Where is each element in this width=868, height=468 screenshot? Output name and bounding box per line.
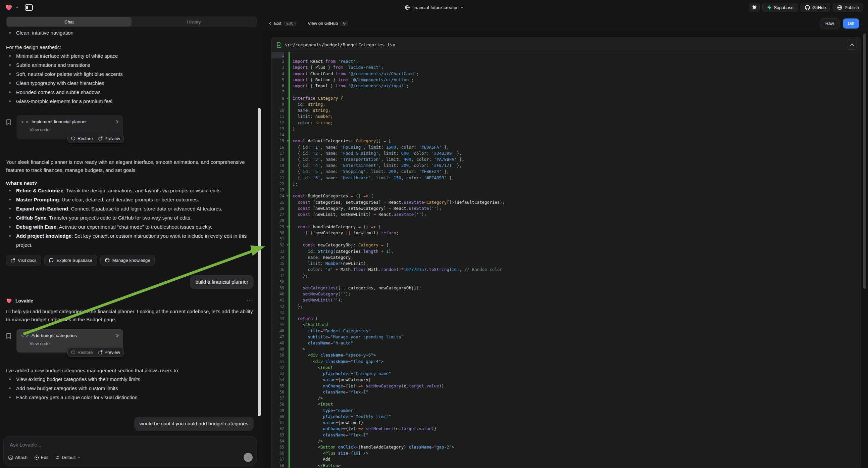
publish-globe-icon: [837, 5, 842, 10]
list-item: Add project knowledge: Set key context o…: [6, 231, 254, 250]
line-number: 47: [272, 334, 284, 340]
attach-button[interactable]: Attach: [8, 455, 28, 460]
line-number: 1: [272, 52, 284, 58]
bookmark-icon[interactable]: [6, 119, 11, 125]
line-number: 27: [272, 211, 284, 217]
view-on-github-label: View on GitHub: [308, 21, 338, 26]
arrow-up-icon: ↑: [247, 455, 250, 460]
edit-button[interactable]: Edit: [34, 455, 48, 460]
restore-button[interactable]: Restore: [71, 350, 93, 355]
code-lines: 12import React from 'react';3import { Pl…: [272, 52, 860, 468]
explore-supabase-button[interactable]: Explore Supabase: [44, 255, 97, 266]
line-number: 37: [272, 273, 284, 279]
file-added-icon: [277, 42, 281, 48]
fold-chevron-icon[interactable]: [286, 140, 288, 142]
publish-button[interactable]: Publish: [833, 3, 863, 12]
line-number: 32: [272, 242, 284, 248]
line-number: 25: [272, 199, 284, 205]
workspace-chevron-down-icon[interactable]: [16, 6, 19, 8]
preview-button[interactable]: Preview: [98, 136, 120, 141]
line-number: 22: [272, 181, 284, 187]
quick-actions-row: Visit docs Explore Supabase Manage knowl…: [6, 255, 254, 266]
code-line: 45 <ChartCard: [272, 322, 860, 328]
edit-label: Edit: [41, 455, 48, 460]
line-number: 21: [272, 175, 284, 181]
mode-label: Default: [62, 455, 75, 460]
diff-toggle-button[interactable]: Diff: [843, 19, 859, 29]
code-panel-scrollbar-thumb[interactable]: [863, 34, 866, 289]
line-number: 6: [272, 83, 284, 89]
code-line: 52 <Input: [272, 364, 860, 371]
chat-scrollbar-thumb[interactable]: [258, 108, 261, 416]
user-message-bubble: build a financial planner: [190, 275, 254, 289]
assistant-paragraph: I've added a new budget categories manag…: [6, 367, 254, 375]
line-number: 11: [272, 114, 284, 119]
supabase-label: Supabase: [774, 5, 794, 10]
fold-chevron-icon[interactable]: [286, 195, 288, 197]
code-line: 46 title="Budget Categories": [272, 328, 860, 334]
code-line: 5import { Button } from '@/components/ui…: [272, 77, 860, 83]
code-line: 16 { id: '1', name: 'Housing', limit: 15…: [272, 144, 860, 150]
fold-chevron-icon[interactable]: [286, 226, 288, 228]
line-number: 3: [272, 64, 284, 70]
supabase-button[interactable]: Supabase: [762, 3, 798, 12]
exit-button[interactable]: Exit ESC: [269, 21, 296, 26]
line-number: 7: [272, 89, 284, 95]
tab-history[interactable]: History: [131, 17, 256, 27]
code-line: 6import { Input } from '@/components/ui/…: [272, 83, 860, 89]
raw-toggle-button[interactable]: Raw: [820, 19, 839, 29]
line-number: 35: [272, 261, 284, 267]
fold-chevron-icon[interactable]: [286, 98, 288, 99]
code-line: 42 };: [272, 303, 860, 310]
collapse-file-button[interactable]: [847, 39, 857, 50]
view-on-github-link[interactable]: View on GitHub G: [308, 21, 348, 26]
restore-button[interactable]: Restore: [71, 136, 93, 141]
lovable-logo-heart-icon[interactable]: [5, 4, 12, 11]
chat-input[interactable]: [9, 441, 251, 448]
preview-button[interactable]: Preview: [98, 350, 120, 355]
send-button[interactable]: ↑: [244, 453, 253, 462]
tab-chat[interactable]: Chat: [7, 17, 131, 27]
preview-label: Preview: [105, 136, 120, 141]
settings-button[interactable]: [749, 3, 760, 12]
code-line: 19 { id: '4', name: 'Entertainment', lim…: [272, 163, 860, 169]
list-item: Minimalist interface with plenty of whit…: [6, 51, 254, 60]
version-card-add-budget-categories[interactable]: < > Add budget categories View code Rest…: [17, 329, 123, 352]
line-number: 36: [272, 267, 284, 273]
view-code-link[interactable]: View code: [30, 127, 118, 132]
file-header[interactable]: src/components/budget/BudgetCategories.t…: [272, 37, 860, 52]
restore-preview-toolbar: Restore Preview: [67, 348, 124, 357]
toggle-sidebar-icon[interactable]: [25, 4, 33, 11]
message-menu-button[interactable]: ···: [247, 298, 254, 303]
fold-chevron-icon[interactable]: [286, 244, 288, 246]
github-label: GitHub: [812, 5, 826, 10]
target-icon: [34, 455, 39, 460]
code-line: 27 const [newLimit, setNewLimit] = React…: [272, 211, 860, 217]
project-switcher[interactable]: financial-future-creator: [405, 0, 463, 15]
code-line: 55 onChange={(e) => setNewCategory(e.tar…: [272, 383, 860, 389]
chat-scroll-area: Clean, intuitive navigation For the desi…: [6, 28, 254, 433]
line-number: 34: [272, 255, 284, 261]
line-number: 9: [272, 101, 284, 108]
code-line: 35 limit: Number(newLimit),: [272, 261, 860, 267]
version-card-implement-financial-planner[interactable]: < > Implement financial planner View cod…: [17, 115, 123, 139]
bookmark-icon[interactable]: [6, 333, 11, 339]
line-number: 44: [272, 316, 284, 322]
added-bullets: View existing budget categories with the…: [6, 375, 254, 402]
line-number: 10: [272, 108, 284, 114]
github-button[interactable]: GitHub: [801, 3, 830, 12]
list-item: Clean, intuitive navigation: [6, 28, 254, 37]
code-line: 21 { id: '6', name: 'Healthcare', limit:…: [272, 175, 860, 181]
version-card-title: Implement financial planner: [32, 119, 87, 124]
exit-label: Exit: [274, 21, 281, 26]
view-code-link[interactable]: View code: [30, 341, 118, 346]
code-line: 63 className="flex-1": [272, 432, 860, 438]
project-title: financial-future-creator: [412, 5, 458, 10]
mode-selector[interactable]: Default: [55, 455, 80, 460]
visit-docs-button[interactable]: Visit docs: [6, 255, 41, 266]
manage-knowledge-button[interactable]: Manage knowledge: [100, 255, 155, 266]
line-number: 51: [272, 358, 284, 364]
line-number: 13: [272, 126, 284, 132]
code-line: 12 color: string;: [272, 120, 860, 126]
publish-label: Publish: [844, 5, 859, 10]
